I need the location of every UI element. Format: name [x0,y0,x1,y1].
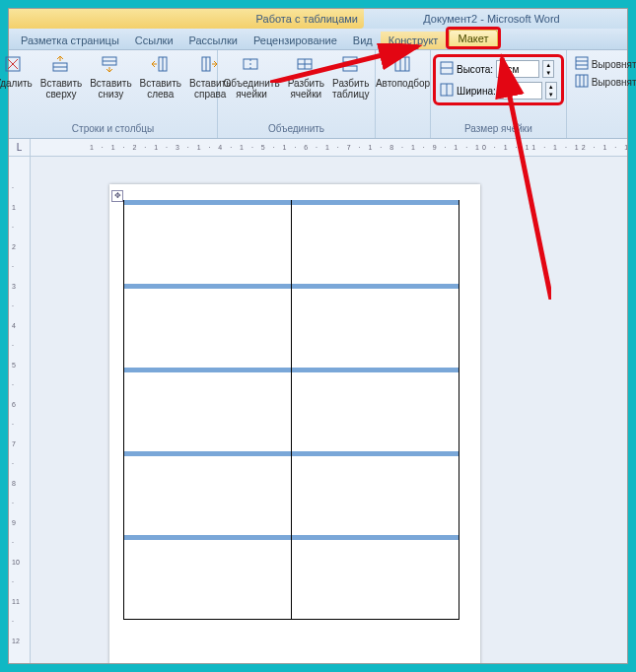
svg-rect-25 [576,57,588,69]
group-merge-label: Объединить [268,123,324,136]
delete-button[interactable]: Удалить [0,52,35,91]
table-row[interactable] [124,285,459,369]
ruler-corner[interactable]: L [9,139,31,157]
svg-rect-17 [343,66,357,71]
context-title: Работа с таблицами [9,9,364,29]
document-table[interactable] [123,200,459,620]
distribute-rows-icon [575,56,589,72]
horizontal-ruler[interactable]: 1 · 1 · 2 · 1 · 3 · 1 · 4 · 1 · 5 · 1 · … [31,139,627,157]
insert-above-button[interactable]: Вставить сверху [37,52,85,101]
autofit-button[interactable]: Автоподбор [373,52,433,91]
tab-layout[interactable]: Макет [449,30,497,46]
ribbon-tabs: Разметка страницы Ссылки Рассылки Реценз… [9,29,627,50]
distribute-cols-icon [575,74,589,90]
table-move-handle[interactable]: ✥ [111,190,123,202]
tab-review[interactable]: Рецензирование [246,32,345,49]
split-cells-icon [295,54,317,76]
split-cells-button[interactable]: Разбить ячейки [285,52,327,101]
vertical-ruler[interactable]: ·1·2·3·4·5·6·7·8·9·10·11·12 [9,157,31,663]
width-input[interactable] [499,82,542,100]
insert-below-icon [100,54,121,76]
delete-icon [3,54,25,76]
height-label: Высота: [457,64,493,75]
insert-below-button[interactable]: Вставить снизу [87,52,134,101]
autofit-icon [392,54,414,76]
height-input[interactable] [496,60,539,78]
document-title: Документ2 - Microsoft Word [360,13,623,25]
width-label: Ширина: [457,86,496,97]
page: ✥ [109,184,480,663]
ribbon: Удалить Вставить сверху Вставить снизу В… [9,50,627,139]
svg-rect-28 [576,75,588,87]
insert-left-button[interactable]: Вставить слева [137,52,184,101]
table-row[interactable] [124,369,459,452]
table-row[interactable] [124,201,459,285]
width-icon [440,83,454,99]
height-icon [440,61,454,77]
merge-cells-button[interactable]: Объединить ячейки [221,52,283,101]
svg-rect-18 [395,57,409,71]
tab-mailings[interactable]: Рассылки [181,32,246,49]
distribute-rows-button[interactable]: Выровнять [575,56,636,72]
tab-design[interactable]: Конструкт [381,32,447,49]
tab-view[interactable]: Вид [345,32,381,49]
tab-references[interactable]: Ссылки [127,32,181,49]
split-table-button[interactable]: Разбить таблицу [329,52,372,101]
split-table-icon [340,54,362,76]
title-bar: Работа с таблицами Документ2 - Microsoft… [9,9,627,29]
width-spinner[interactable]: ▲▼ [545,82,557,100]
insert-left-icon [150,54,172,76]
group-rows-cols-label: Строки и столбцы [72,123,154,136]
tab-page-layout[interactable]: Разметка страницы [13,32,127,49]
document-area[interactable]: ✥ [31,157,627,663]
merge-cells-icon [241,54,262,76]
distribute-cols-button[interactable]: Выровнять [575,74,636,90]
svg-rect-16 [343,57,357,62]
insert-above-icon [50,54,72,76]
table-row[interactable] [124,452,459,536]
table-row[interactable] [124,536,459,620]
cellsize-highlight: Высота: ▲▼ Ширина: ▲▼ [433,54,564,105]
group-cellsize-label: Размер ячейки [464,123,532,136]
tab-layout-highlight: Макет [446,27,500,49]
height-spinner[interactable]: ▲▼ [542,60,554,78]
